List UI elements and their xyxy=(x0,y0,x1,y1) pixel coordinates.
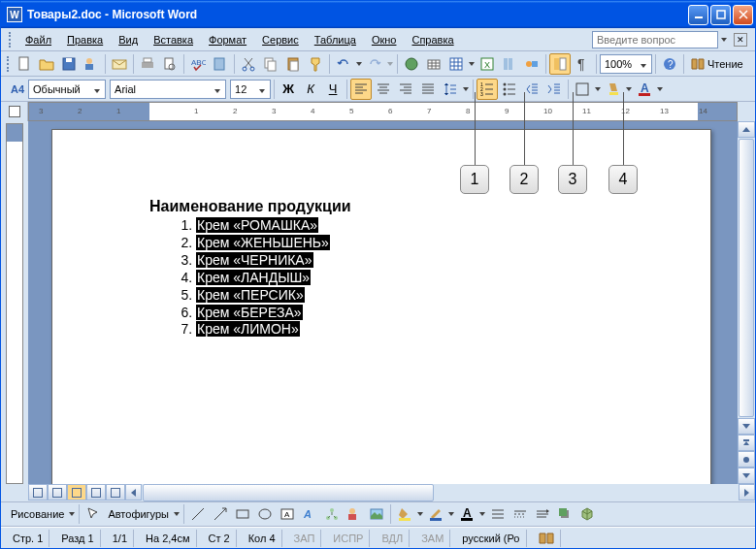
size-combo[interactable]: 12 xyxy=(230,80,271,99)
normal-view-button[interactable] xyxy=(28,484,48,501)
undo-drop[interactable] xyxy=(355,62,363,66)
bold-button[interactable]: Ж xyxy=(278,79,299,100)
copy-button[interactable] xyxy=(260,53,281,75)
arrow-style-button[interactable] xyxy=(532,503,553,525)
underline-button[interactable]: Ч xyxy=(322,79,344,100)
open-button[interactable] xyxy=(36,53,57,75)
reading-mode-button[interactable]: Чтение xyxy=(687,56,746,72)
hscroll-thumb[interactable] xyxy=(143,484,434,501)
minimize-button[interactable] xyxy=(688,5,708,25)
align-left-button[interactable] xyxy=(350,79,372,100)
drawing-button[interactable] xyxy=(521,53,542,75)
decrease-indent-button[interactable] xyxy=(521,79,542,100)
horizontal-ruler[interactable]: 3211234567891011121314 xyxy=(28,102,738,121)
status-ovr[interactable]: ЗАМ xyxy=(415,530,450,547)
status-book-icon[interactable] xyxy=(533,530,561,547)
font-color-button[interactable]: A xyxy=(634,79,655,100)
print-button[interactable] xyxy=(137,53,158,75)
status-rec[interactable]: ЗАП xyxy=(288,530,322,547)
scroll-right-button[interactable] xyxy=(739,484,755,501)
scroll-up-button[interactable] xyxy=(738,121,755,138)
menu-file[interactable]: Файл xyxy=(18,32,58,48)
menu-table[interactable]: Таблица xyxy=(308,32,363,48)
bullet-list-button[interactable] xyxy=(499,79,520,100)
line-spacing-drop[interactable] xyxy=(462,87,470,91)
status-ext[interactable]: ВДЛ xyxy=(376,530,410,547)
excel-button[interactable]: X xyxy=(477,53,498,75)
permissions-button[interactable] xyxy=(81,53,102,75)
hyperlink-button[interactable] xyxy=(401,53,422,75)
cut-button[interactable] xyxy=(238,53,259,75)
align-right-button[interactable] xyxy=(395,79,416,100)
menu-view[interactable]: Вид xyxy=(112,32,145,48)
undo-button[interactable] xyxy=(333,53,354,75)
autoshapes-drop[interactable] xyxy=(173,512,181,516)
browse-object-button[interactable] xyxy=(738,451,755,468)
status-trk[interactable]: ИСПР xyxy=(327,530,370,547)
show-marks-button[interactable]: ¶ xyxy=(572,53,593,75)
line-spacing-button[interactable] xyxy=(440,79,461,100)
line-button[interactable] xyxy=(187,503,209,525)
close-button[interactable] xyxy=(733,5,753,25)
increase-indent-button[interactable] xyxy=(543,79,565,100)
format-painter-button[interactable] xyxy=(305,53,326,75)
wordart-button[interactable]: A xyxy=(299,503,320,525)
weblayout-view-button[interactable] xyxy=(48,484,67,501)
scroll-left-button[interactable] xyxy=(125,484,142,501)
paste-button[interactable] xyxy=(282,53,304,75)
maximize-button[interactable] xyxy=(710,5,731,25)
shadow-button[interactable] xyxy=(554,503,575,525)
redo-drop[interactable] xyxy=(386,62,394,66)
arrow-button[interactable] xyxy=(210,503,231,525)
borders-button[interactable] xyxy=(572,79,593,100)
textbox-button[interactable]: A xyxy=(277,503,298,525)
fill-color-button[interactable] xyxy=(394,503,415,525)
fill-color-drop[interactable] xyxy=(416,512,424,516)
save-button[interactable] xyxy=(58,53,80,75)
text-color-drop[interactable] xyxy=(478,512,486,516)
picture-button[interactable] xyxy=(366,503,387,525)
italic-button[interactable]: К xyxy=(300,79,321,100)
font-color-drop[interactable] xyxy=(656,87,664,91)
reading-view-button[interactable] xyxy=(106,484,125,501)
preview-button[interactable] xyxy=(159,53,181,75)
style-combo[interactable]: Обычный xyxy=(28,80,106,99)
spellcheck-button[interactable]: ABC xyxy=(187,53,209,75)
horizontal-scrollbar[interactable] xyxy=(125,484,755,501)
zoom-combo[interactable]: 100% xyxy=(600,54,652,74)
print-layout-view-button[interactable] xyxy=(67,484,86,501)
menu-format[interactable]: Формат xyxy=(202,32,253,48)
research-button[interactable] xyxy=(210,53,231,75)
redo-button[interactable] xyxy=(364,53,385,75)
highlight-drop[interactable] xyxy=(625,87,633,91)
next-page-button[interactable] xyxy=(738,468,755,484)
help-search-drop[interactable] xyxy=(720,38,728,42)
menu-insert[interactable]: Вставка xyxy=(147,32,200,48)
font-combo[interactable]: Arial xyxy=(110,80,226,99)
scroll-down-button[interactable] xyxy=(738,418,755,435)
scroll-thumb[interactable] xyxy=(739,139,754,417)
align-center-button[interactable] xyxy=(373,79,394,100)
doc-map-button[interactable] xyxy=(549,53,571,75)
columns-button[interactable] xyxy=(499,53,520,75)
clipart-button[interactable] xyxy=(344,503,365,525)
table-drop[interactable] xyxy=(468,62,476,66)
help-button[interactable]: ? xyxy=(659,53,680,75)
tab-selector[interactable] xyxy=(1,102,28,121)
autoshapes-menu[interactable]: Автофигуры xyxy=(105,508,172,520)
line-color-button[interactable] xyxy=(425,503,446,525)
line-style-button[interactable] xyxy=(487,503,509,525)
line-color-drop[interactable] xyxy=(447,512,455,516)
3d-button[interactable] xyxy=(576,503,598,525)
drawing-drop[interactable] xyxy=(68,512,76,516)
prev-page-button[interactable] xyxy=(738,435,755,451)
vertical-ruler[interactable] xyxy=(6,123,23,484)
rectangle-button[interactable] xyxy=(232,503,253,525)
menu-edit[interactable]: Правка xyxy=(60,32,110,48)
select-objects-button[interactable] xyxy=(82,503,104,525)
status-lang[interactable]: русский (Ро xyxy=(456,530,526,547)
borders-drop[interactable] xyxy=(594,87,602,91)
highlight-button[interactable] xyxy=(603,79,624,100)
menubar-close-icon[interactable]: ✕ xyxy=(734,33,747,47)
drawing-menu[interactable]: Рисование xyxy=(8,508,67,520)
